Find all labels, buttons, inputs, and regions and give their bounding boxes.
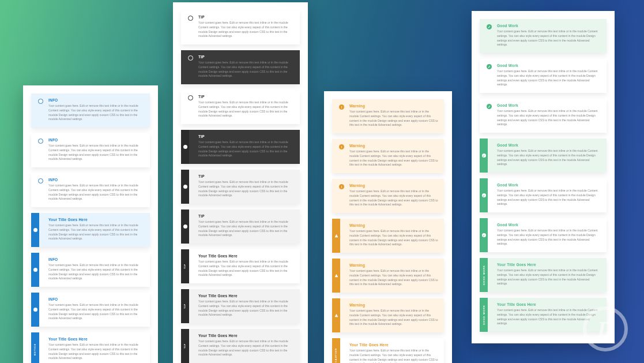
card-title: Good Work (497, 24, 601, 28)
card-body: Your content goes here. Edit or remove t… (349, 349, 438, 363)
accent-bar: ✓ (480, 218, 488, 252)
blurb-card: ✓Good WorkYour content goes here. Edit o… (480, 59, 607, 93)
card-title: TIP (198, 95, 294, 99)
accent-dot-icon: ! (339, 144, 344, 149)
card-body: Your content goes here. Edit or remove t… (349, 309, 438, 327)
blurb-card: TIPYour Title Goes HereYour content goes… (181, 289, 300, 323)
accent-bar: ✓ (480, 139, 488, 173)
card-body: Your content goes here. Edit or remove t… (349, 110, 438, 128)
accent-dot-icon (188, 95, 193, 100)
card-body: Your content goes here. Edit or remove t… (198, 140, 294, 158)
accent-bar: NOTICE (31, 332, 39, 363)
blurb-card: TIPYour content goes here. Edit or remov… (181, 170, 300, 204)
accent-bar (31, 213, 39, 247)
blurb-card: TIPYour content goes here. Edit or remov… (181, 90, 300, 124)
card-title: Your Title Goes Here (349, 343, 438, 347)
card-title: TIP (198, 214, 294, 218)
card-title: TIP (198, 134, 294, 139)
blurb-card: NOTICEYour Title Goes HereYour content g… (31, 332, 150, 363)
blurb-card: ✓Good WorkYour content goes here. Edit o… (480, 218, 607, 252)
accent-bar: TIP (181, 289, 189, 323)
card-title: Good Work (497, 103, 601, 107)
accent-bar: GOOD WORK (480, 258, 488, 292)
card-title: TIP (198, 15, 294, 19)
card-title: Your Title Goes Here (48, 337, 144, 341)
card-body: Your content goes here. Edit or remove t… (48, 144, 144, 162)
bar-dot-icon: ✓ (482, 233, 486, 237)
blurb-card: TIPYour content goes here. Edit or remov… (181, 130, 300, 164)
card-body: Your content goes here. Edit or remove t… (198, 180, 294, 198)
card-title: INFO (48, 178, 144, 182)
card-title: TIP (198, 174, 294, 178)
card-title: Your Title Goes Here (497, 263, 601, 267)
blurb-card: ✓Good WorkYour content goes here. Edit o… (480, 139, 607, 173)
blurb-card: CAUTIONYour Title Goes HereYour content … (332, 338, 444, 363)
card-body: Your content goes here. Edit or remove t… (198, 300, 294, 317)
accent-bar (181, 170, 189, 204)
card-body: Your content goes here. Edit or remove t… (497, 189, 601, 207)
accent-dot-icon (38, 139, 43, 144)
card-body: Your content goes here. Edit or remove t… (198, 339, 294, 357)
bar-dot-icon: ✓ (482, 154, 486, 158)
card-body: Your content goes here. Edit or remove t… (497, 29, 601, 47)
card-body: Your content goes here. Edit or remove t… (48, 223, 144, 241)
card-body: Your content goes here. Edit or remove t… (349, 149, 438, 167)
warning-triangle-icon (334, 313, 338, 317)
accent-bar (332, 219, 340, 253)
card-title: Good Work (497, 183, 601, 187)
warning-triangle-icon (334, 234, 338, 238)
divi-logo: D (583, 306, 628, 351)
blurb-card: INFOYour content goes here. Edit or remo… (31, 253, 150, 287)
logo-letter: D (597, 316, 614, 343)
card-body: Your content goes here. Edit or remove t… (198, 21, 294, 39)
bar-label: CAUTION (335, 348, 338, 362)
accent-bar (332, 259, 340, 293)
bar-label: NOTICE (34, 343, 37, 355)
blurb-card: ✓Good WorkYour content goes here. Edit o… (480, 178, 607, 212)
card-title: INFO (48, 297, 144, 301)
accent-bar: TIP (181, 329, 189, 363)
card-title: Your Title Goes Here (48, 218, 144, 222)
card-title: Warning (349, 223, 438, 227)
accent-bar (181, 130, 189, 164)
card-body: Your content goes here. Edit or remove t… (198, 220, 294, 238)
card-body: Your content goes here. Edit or remove t… (48, 343, 144, 361)
bar-dot-icon: ✓ (482, 193, 486, 197)
bar-dot-icon (33, 228, 37, 232)
card-title: Your Title Goes Here (198, 334, 294, 338)
card-title: Warning (349, 184, 438, 188)
accent-bar (31, 253, 39, 287)
bar-label: TIP (183, 304, 186, 309)
bar-label: GOOD WORK (483, 305, 485, 325)
card-body: Your content goes here. Edit or remove t… (198, 61, 294, 78)
accent-bar: ✓ (480, 178, 488, 212)
accent-bar (31, 293, 39, 327)
accent-bar (332, 298, 340, 332)
blurb-card: TIPYour Title Goes HereYour content goes… (181, 329, 300, 363)
bar-label: TIP (183, 343, 186, 349)
blurb-card: TIPYour content goes here. Edit or remov… (181, 209, 300, 244)
card-body: Your content goes here. Edit or remove t… (198, 100, 294, 118)
blurb-card: INFOYour content goes here. Edit or remo… (31, 293, 150, 327)
accent-dot-icon (188, 16, 193, 21)
card-body: Your content goes here. Edit or remove t… (349, 189, 438, 207)
card-title: Good Work (497, 223, 601, 227)
showcase-panel-blue: INFOYour content goes here. Edit or remo… (23, 85, 158, 363)
blurb-card: !WarningYour content goes here. Edit or … (332, 179, 444, 213)
blurb-card: TIPYour content goes here. Edit or remov… (181, 10, 300, 44)
blurb-card: WarningYour content goes here. Edit or r… (332, 219, 444, 253)
blurb-card: !WarningYour content goes here. Edit or … (332, 99, 444, 133)
card-body: Your content goes here. Edit or remove t… (48, 263, 144, 281)
card-body: Your content goes here. Edit or remove t… (497, 69, 601, 87)
accent-dot-icon: ! (339, 184, 344, 189)
accent-bar: CAUTION (332, 338, 340, 363)
card-title: Warning (349, 263, 438, 267)
card-title: Good Work (497, 143, 601, 147)
accent-dot-icon: ✓ (487, 104, 492, 109)
accent-dot-icon (188, 55, 193, 61)
card-title: Good Work (497, 63, 601, 68)
accent-dot-icon (38, 99, 43, 104)
showcase-panel-green: ✓Good WorkYour content goes here. Edit o… (472, 11, 615, 343)
blurb-card: WarningYour content goes here. Edit or r… (332, 259, 444, 293)
bar-dot-icon (183, 145, 187, 149)
